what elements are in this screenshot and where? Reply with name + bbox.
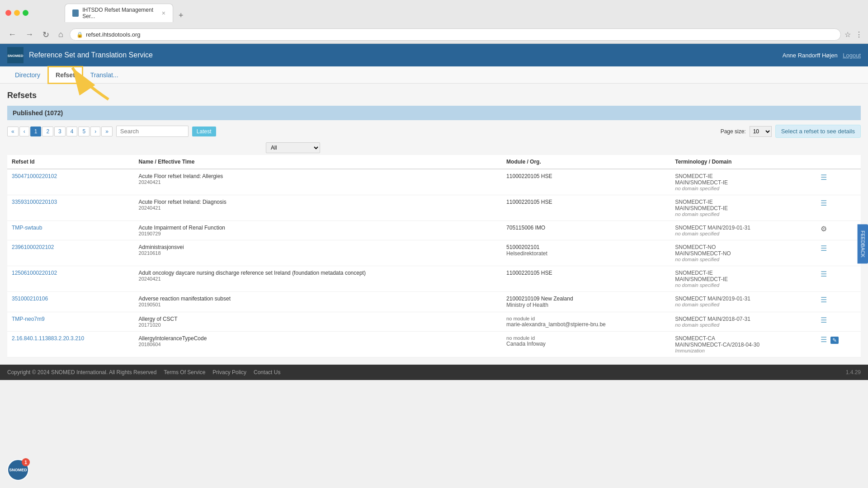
search-input[interactable]	[116, 126, 189, 137]
address-text: refset.ihtsdotools.org	[86, 31, 141, 38]
star-icon[interactable]: ☆	[844, 30, 851, 39]
page-prev-button[interactable]: ‹	[19, 127, 29, 136]
table-row[interactable]: 2.16.840.1.113883.2.20.3.210 AllergyInto…	[7, 332, 861, 357]
list-icon[interactable]: ☰	[821, 316, 827, 324]
cell-id: 335931000220103	[7, 195, 134, 221]
app-logo: SNOMED	[7, 47, 24, 63]
terminology-row: All SNOMEDCT SNOMEDCT-IE SNOMEDCT-NO SNO…	[7, 142, 861, 153]
controls-right: Page size: 10 25 50 100	[721, 126, 772, 137]
cell-module: 51000202101 Helsedirektoratet	[502, 240, 670, 266]
cell-terminology: SNOMEDCT-IE MAIN/SNOMEDCT-IE no domain s…	[670, 169, 816, 195]
tab-close-button[interactable]: ×	[162, 9, 165, 17]
cell-name: Allergy of CSCT 20171020	[134, 312, 502, 332]
toolbar-icons: ☆ ⋮	[844, 30, 863, 39]
browser-tab[interactable]: IHTSDO Refset Management Ser... ×	[65, 4, 173, 22]
tab-refset[interactable]: Refset	[48, 66, 83, 84]
cell-terminology: SNOMEDCT-CA MAIN/SNOMEDCT-CA/2018-04-30 …	[670, 332, 816, 357]
maximize-button[interactable]	[23, 10, 28, 16]
close-button[interactable]	[5, 10, 11, 16]
terminology-select[interactable]: All SNOMEDCT SNOMEDCT-IE SNOMEDCT-NO SNO…	[266, 142, 320, 153]
settings-icon[interactable]: ⋮	[855, 30, 863, 39]
table-row[interactable]: 350471000220102 Acute Floor refset Irela…	[7, 169, 861, 195]
page-next-button[interactable]: ›	[90, 127, 100, 136]
page-4-button[interactable]: 4	[66, 127, 78, 136]
cell-module: 705115006 IMO	[502, 221, 670, 240]
logout-link[interactable]: Logout	[843, 52, 861, 59]
cell-name: Administrasjonsvei 20210618	[134, 240, 502, 266]
col-header-id: Refset Id	[7, 155, 134, 169]
cell-name: Acute Floor refset Ireland: Diagnosis 20…	[134, 195, 502, 221]
privacy-link[interactable]: Privacy Policy	[212, 369, 246, 375]
table-row[interactable]: TMP-swtaub Acute Impairment of Renal Fun…	[7, 221, 861, 240]
page-title: Refsets	[7, 91, 861, 100]
tab-translation[interactable]: Translat...	[83, 66, 126, 84]
home-button[interactable]: ⌂	[56, 29, 66, 40]
page-size-select[interactable]: 10 25 50 100	[750, 126, 772, 137]
col-header-name: Name / Effective Time	[134, 155, 502, 169]
cell-id: 23961000202102	[7, 240, 134, 266]
tab-title: IHTSDO Refset Management Ser...	[82, 7, 158, 19]
tab-directory[interactable]: Directory	[7, 66, 48, 84]
lock-icon: 🔒	[76, 32, 83, 38]
cell-actions: ☰	[816, 240, 861, 266]
user-info: Anne Randorff Højen Logout	[783, 52, 861, 59]
cell-id: TMP-swtaub	[7, 221, 134, 240]
cell-actions: ☰ ✎	[816, 332, 861, 357]
page-size-label: Page size:	[721, 128, 746, 135]
page-first-button[interactable]: «	[7, 127, 19, 136]
cell-id: 125061000220102	[7, 266, 134, 292]
cell-name: Acute Floor refset Ireland: Allergies 20…	[134, 169, 502, 195]
col-header-terminology: Terminology / Domain	[670, 155, 816, 169]
nav-tabs: Directory Refset Translat...	[0, 66, 868, 84]
refresh-button[interactable]: ↻	[40, 29, 52, 41]
page-5-button[interactable]: 5	[78, 127, 90, 136]
cell-name: Adult oncology daycare nursing discharge…	[134, 266, 502, 292]
cell-module: 11000220105 HSE	[502, 195, 670, 221]
cell-actions: ☰	[816, 292, 861, 312]
pagination: « ‹ 1 2 3 4 5 › »	[7, 127, 113, 136]
cell-module: no module id marie-alexandra_lambot@stpi…	[502, 312, 670, 332]
table-row[interactable]: 23961000202102 Administrasjonsvei 202106…	[7, 240, 861, 266]
cell-actions: ⚙	[816, 221, 861, 240]
cell-terminology: SNOMEDCT MAIN/2019-01-31 no domain speci…	[670, 221, 816, 240]
new-tab-button[interactable]: +	[175, 9, 187, 22]
page-last-button[interactable]: »	[101, 127, 113, 136]
traffic-lights	[5, 10, 28, 16]
table-row[interactable]: 125061000220102 Adult oncology daycare n…	[7, 266, 861, 292]
col-header-actions	[816, 155, 861, 169]
page-2-button[interactable]: 2	[42, 127, 53, 136]
list-icon[interactable]: ☰	[821, 199, 827, 207]
cell-name: Acute Impairment of Renal Function 20190…	[134, 221, 502, 240]
cell-terminology: SNOMEDCT-NO MAIN/SNOMEDCT-NO no domain s…	[670, 240, 816, 266]
cell-name: Adverse reaction manifestation subset 20…	[134, 292, 502, 312]
cell-name: AllergyIntoleranceTypeCode 20180604	[134, 332, 502, 357]
cell-terminology: SNOMEDCT MAIN/2019-01-31 no domain speci…	[670, 292, 816, 312]
table-row[interactable]: 335931000220103 Acute Floor refset Irela…	[7, 195, 861, 221]
cell-actions: ☰	[816, 266, 861, 292]
version-text: 1.4.29	[846, 369, 861, 375]
terms-link[interactable]: Terms Of Service	[164, 369, 205, 375]
page-3-button[interactable]: 3	[54, 127, 66, 136]
section-header: Published (1072)	[7, 106, 861, 120]
table-row[interactable]: 351000210106 Adverse reaction manifestat…	[7, 292, 861, 312]
refset-table: Refset Id Name / Effective Time Module /…	[7, 155, 861, 357]
list-icon[interactable]: ☰	[821, 296, 827, 304]
list-icon[interactable]: ☰	[821, 244, 827, 252]
feedback-tab[interactable]: FEEDBACK	[857, 224, 868, 263]
footer: Copyright © 2024 SNOMED International. A…	[0, 365, 868, 380]
gear-icon[interactable]: ⚙	[821, 225, 827, 233]
list-icon[interactable]: ☰	[821, 174, 827, 181]
contact-link[interactable]: Contact Us	[254, 369, 280, 375]
address-bar[interactable]: 🔒 refset.ihtsdotools.org	[70, 28, 841, 41]
latest-button[interactable]: Latest	[192, 127, 216, 136]
list-icon[interactable]: ☰	[821, 336, 827, 343]
col-header-module: Module / Org.	[502, 155, 670, 169]
list-icon[interactable]: ☰	[821, 270, 827, 278]
minimize-button[interactable]	[14, 10, 20, 16]
back-button[interactable]: ←	[5, 29, 19, 40]
table-row[interactable]: TMP-neo7m9 Allergy of CSCT 20171020 no m…	[7, 312, 861, 332]
page-1-button[interactable]: 1	[30, 127, 42, 136]
forward-button[interactable]: →	[23, 29, 36, 40]
edit-icon[interactable]: ✎	[830, 337, 839, 344]
cell-module: 11000220105 HSE	[502, 169, 670, 195]
